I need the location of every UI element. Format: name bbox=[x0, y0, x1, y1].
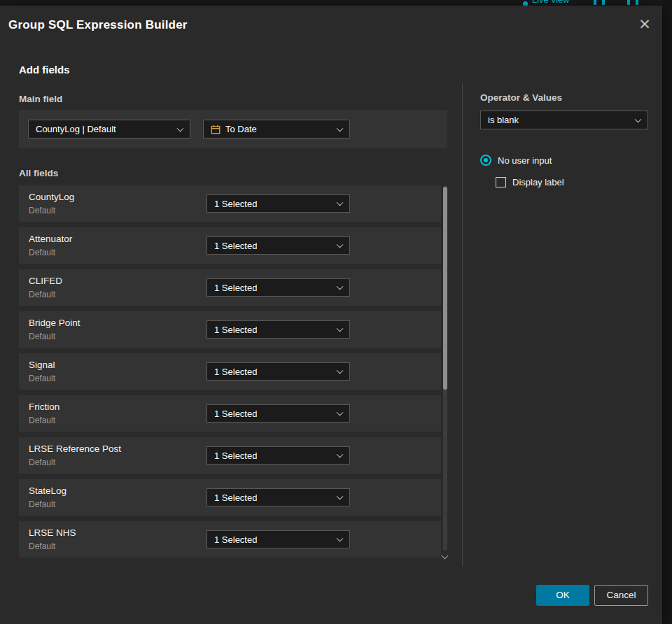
field-row: LRSE NHS Default 1 Selected bbox=[19, 521, 441, 558]
field-selection-value: 1 Selected bbox=[214, 451, 257, 461]
group-sql-expression-builder-dialog: Group SQL Expression Builder ✕ Add field… bbox=[0, 6, 662, 624]
chevron-down-icon bbox=[337, 409, 344, 416]
scroll-down-icon[interactable] bbox=[442, 553, 448, 560]
live-view-label: Live view bbox=[532, 0, 569, 5]
field-selection-value: 1 Selected bbox=[214, 534, 257, 545]
toolbar-icon bbox=[627, 0, 630, 5]
field-name: Signal bbox=[29, 360, 55, 370]
toolbar-icon bbox=[636, 0, 638, 5]
field-subtitle: Default bbox=[29, 332, 55, 341]
field-subtitle: Default bbox=[29, 290, 55, 299]
field-subtitle: Default bbox=[29, 206, 55, 215]
field-row: CLIFED Default 1 Selected bbox=[19, 269, 441, 306]
chevron-down-icon bbox=[337, 325, 344, 332]
field-row: Attenuator Default 1 Selected bbox=[19, 227, 441, 264]
main-field-label: Main field bbox=[19, 94, 62, 104]
field-subtitle: Default bbox=[29, 458, 55, 467]
field-row: Friction Default 1 Selected bbox=[19, 395, 441, 432]
field-selection-dropdown[interactable]: 1 Selected bbox=[206, 404, 350, 423]
field-selection-dropdown[interactable]: 1 Selected bbox=[206, 530, 350, 548]
field-selection-dropdown[interactable]: 1 Selected bbox=[206, 236, 350, 255]
field-selection-value: 1 Selected bbox=[214, 409, 257, 419]
scrollbar-track[interactable] bbox=[443, 185, 447, 551]
field-selection-value: 1 Selected bbox=[214, 241, 257, 251]
field-selection-value: 1 Selected bbox=[214, 367, 257, 377]
operator-select-value: is blank bbox=[488, 115, 519, 125]
close-icon[interactable]: ✕ bbox=[636, 15, 654, 34]
chevron-down-icon bbox=[337, 535, 344, 542]
field-row: CountyLog Default 1 Selected bbox=[19, 185, 441, 222]
field-selection-value: 1 Selected bbox=[214, 492, 257, 503]
all-fields-list: CountyLog Default 1 Selected Attenuator … bbox=[19, 185, 441, 558]
chevron-down-icon bbox=[337, 241, 344, 248]
field-name: Attenuator bbox=[29, 234, 72, 244]
chevron-down-icon bbox=[635, 115, 642, 122]
field-name: Bridge Point bbox=[29, 318, 80, 328]
toolbar-icon bbox=[594, 0, 596, 5]
radio-selected-icon bbox=[480, 155, 491, 166]
field-name: LRSE NHS bbox=[29, 527, 76, 538]
main-field-select-value: CountyLog | Default bbox=[36, 124, 116, 134]
dialog-title: Group SQL Expression Builder bbox=[8, 18, 188, 32]
date-field-select[interactable]: To Date bbox=[203, 120, 350, 139]
operator-select[interactable]: is blank bbox=[480, 111, 648, 129]
field-selection-dropdown[interactable]: 1 Selected bbox=[206, 362, 350, 381]
field-selection-value: 1 Selected bbox=[214, 325, 257, 335]
all-fields-label: All fields bbox=[19, 168, 58, 178]
no-user-input-radio[interactable]: No user input bbox=[480, 155, 552, 166]
screen: Live view Group SQL Expression Builder ✕… bbox=[0, 0, 672, 624]
scrollbar-thumb[interactable] bbox=[443, 187, 447, 390]
chevron-down-icon bbox=[337, 367, 344, 374]
field-selection-value: 1 Selected bbox=[214, 283, 257, 293]
chevron-down-icon bbox=[337, 493, 344, 500]
display-label-checkbox[interactable]: Display label bbox=[496, 177, 564, 187]
no-user-input-label: No user input bbox=[498, 155, 552, 166]
field-selection-value: 1 Selected bbox=[214, 199, 257, 209]
field-selection-dropdown[interactable]: 1 Selected bbox=[206, 446, 350, 465]
chevron-down-icon bbox=[337, 125, 344, 132]
field-name: CLIFED bbox=[29, 276, 62, 286]
field-selection-dropdown[interactable]: 1 Selected bbox=[206, 320, 350, 339]
chevron-down-icon bbox=[337, 283, 344, 290]
cancel-button[interactable]: Cancel bbox=[594, 585, 648, 606]
field-subtitle: Default bbox=[29, 499, 55, 509]
operator-values-heading: Operator & Values bbox=[480, 92, 562, 103]
main-field-panel: CountyLog | Default To Date bbox=[19, 110, 447, 148]
add-fields-heading: Add fields bbox=[19, 64, 70, 76]
field-subtitle: Default bbox=[29, 416, 55, 425]
chevron-down-icon bbox=[337, 451, 344, 458]
field-name: CountyLog bbox=[29, 192, 74, 202]
field-selection-dropdown[interactable]: 1 Selected bbox=[206, 194, 350, 213]
background-toolbar: Live view bbox=[0, 0, 672, 6]
field-subtitle: Default bbox=[29, 541, 55, 551]
calendar-icon bbox=[211, 125, 220, 134]
panel-divider bbox=[462, 84, 463, 567]
field-subtitle: Default bbox=[29, 374, 55, 383]
date-field-select-value: To Date bbox=[225, 124, 257, 134]
field-row: LRSE Reference Post Default 1 Selected bbox=[19, 437, 441, 474]
field-selection-dropdown[interactable]: 1 Selected bbox=[206, 488, 350, 506]
chevron-down-icon bbox=[337, 199, 344, 206]
field-name: Friction bbox=[29, 402, 59, 412]
field-subtitle: Default bbox=[29, 248, 55, 257]
background-right-edge bbox=[662, 0, 672, 624]
field-row: StateLog Default 1 Selected bbox=[19, 479, 441, 516]
toolbar-icon bbox=[602, 0, 605, 5]
field-row: Bridge Point Default 1 Selected bbox=[19, 311, 441, 348]
field-name: StateLog bbox=[29, 485, 66, 496]
display-label-label: Display label bbox=[512, 177, 564, 187]
ok-button[interactable]: OK bbox=[536, 585, 589, 606]
chevron-down-icon bbox=[177, 125, 184, 132]
main-field-select[interactable]: CountyLog | Default bbox=[28, 120, 190, 139]
field-selection-dropdown[interactable]: 1 Selected bbox=[206, 278, 350, 297]
checkbox-unchecked-icon bbox=[496, 177, 506, 187]
field-name: LRSE Reference Post bbox=[29, 444, 121, 454]
field-row: Signal Default 1 Selected bbox=[19, 353, 441, 390]
